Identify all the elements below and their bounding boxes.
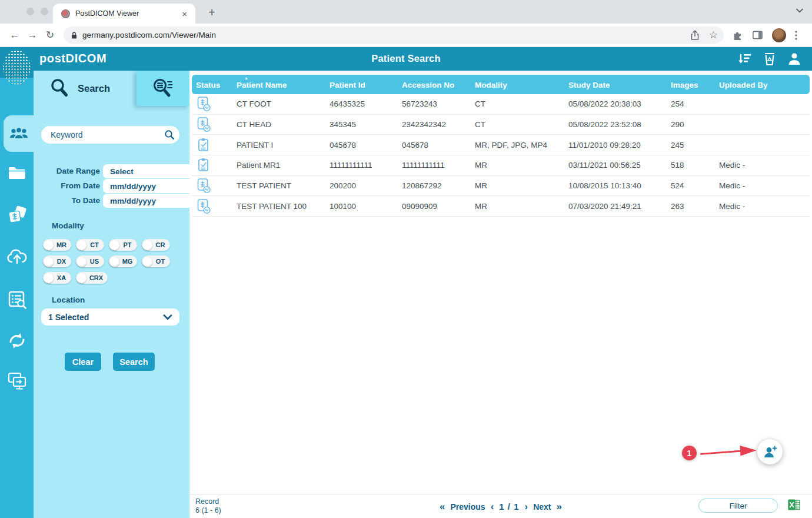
modality-toggle-crx[interactable]: CRX — [76, 272, 108, 284]
modality-label: Modality — [52, 221, 84, 230]
sidebar-item-patients[interactable] — [4, 115, 34, 152]
cell-accession-no: 045678 — [402, 141, 475, 150]
trash-recycle-icon[interactable] — [763, 51, 777, 67]
sidebar-item-worklist[interactable] — [0, 286, 34, 313]
add-patient-button[interactable] — [757, 439, 783, 464]
folder-icon — [8, 165, 26, 180]
excel-export-icon[interactable] — [787, 498, 801, 512]
keyword-search-icon[interactable] — [164, 130, 175, 140]
cell-patient-id: 46435325 — [330, 99, 402, 108]
column-header-uploaded-by[interactable]: Uploaded By — [719, 81, 810, 94]
table-row[interactable]: TEST PATIENT 200200 120867292 MR 10/08/2… — [192, 176, 810, 197]
date-range-label: Date Range — [56, 167, 100, 175]
cell-images: 524 — [671, 181, 719, 190]
sidebar-item-remote[interactable] — [0, 367, 34, 394]
annotation-arrow — [699, 443, 758, 459]
cell-study-date: 03/11/2021 00:56:25 — [568, 161, 671, 170]
report-approved-status-icon — [197, 137, 211, 153]
cell-patient-id: 200200 — [330, 181, 402, 190]
table-row[interactable]: Patient MR1 11111111111 11111111111 MR 0… — [192, 155, 810, 176]
table-row[interactable]: CT HEAD 345345 2342342342 CT 05/08/2022 … — [192, 115, 810, 135]
tab-advanced-search[interactable] — [137, 71, 189, 106]
cell-images: 245 — [671, 141, 719, 150]
forward-icon[interactable]: → — [24, 29, 41, 41]
search-tab-icon — [49, 78, 69, 99]
column-header-patient-name[interactable]: Patient Name — [237, 81, 330, 94]
table-row[interactable]: PATIENT I 045678 045678 MR, PDF, JPG, MP… — [192, 135, 810, 155]
dicom-study-status-icon — [197, 117, 211, 132]
sidebar-item-upload[interactable] — [0, 243, 34, 270]
prev-chevron-button[interactable]: ‹ — [491, 501, 494, 513]
filter-button[interactable]: Filter — [698, 499, 778, 513]
account-icon[interactable] — [787, 52, 801, 66]
window-close-button[interactable] — [26, 8, 34, 15]
cell-accession-no: 120867292 — [402, 181, 475, 190]
cloud-upload-icon — [6, 248, 28, 264]
cell-modality: MR — [475, 202, 568, 211]
person-add-icon — [763, 445, 777, 459]
clear-button[interactable]: Clear — [65, 353, 101, 371]
location-select[interactable]: 1 Selected — [41, 308, 179, 326]
cell-patient-name: PATIENT I — [237, 141, 330, 150]
tab-basic-search[interactable]: Search — [36, 72, 137, 105]
modality-toggle-dx[interactable]: DX — [43, 255, 71, 267]
url-bar[interactable]: germany.postdicom.com/Viewer/Main ☆ — [64, 26, 724, 44]
search-button[interactable]: Search — [113, 353, 155, 371]
sidebar-item-folders[interactable] — [0, 159, 34, 186]
modality-toggle-ct[interactable]: CT — [76, 239, 104, 251]
extensions-puzzle-icon[interactable] — [732, 29, 743, 41]
modality-toggle-us[interactable]: US — [76, 255, 104, 267]
column-header-modality[interactable]: Modality — [475, 81, 568, 94]
tab-close-icon[interactable]: × — [179, 9, 189, 19]
first-page-button[interactable]: « — [440, 501, 445, 513]
modality-toggle-mr[interactable]: MR — [43, 239, 71, 251]
app-header: postDICOM Patient Search — [0, 47, 812, 71]
cell-uploaded-by: Medic - — [719, 181, 810, 190]
browser-tab[interactable]: PostDICOM Viewer × — [53, 4, 195, 24]
browser-tabstrip: PostDICOM Viewer × + — [0, 0, 812, 24]
column-header-images[interactable]: Images — [671, 81, 719, 94]
cell-modality: CT — [475, 99, 568, 108]
sidebar-item-sync[interactable] — [0, 327, 34, 354]
next-chevron-button[interactable]: › — [524, 501, 528, 513]
previous-page-button[interactable]: Previous — [450, 502, 485, 512]
modality-toggle-pt[interactable]: PT — [109, 239, 137, 251]
sidebar-item-studies[interactable] — [0, 201, 34, 228]
modality-toggle-xa[interactable]: XA — [43, 272, 71, 284]
browser-addressbar: ← → ↻ germany.postdicom.com/Viewer/Main … — [0, 24, 812, 47]
next-page-button[interactable]: Next — [533, 502, 551, 512]
table-row[interactable]: TEST PATIENT 100 100100 09090909 MR 07/0… — [192, 196, 810, 217]
results-area: ▲ Status Patient Name Patient Id Accessi… — [189, 71, 812, 518]
remote-monitors-icon — [7, 371, 27, 390]
bookmark-star-icon[interactable]: ☆ — [709, 30, 718, 40]
reload-icon[interactable]: ↻ — [41, 29, 59, 41]
browser-menu-icon[interactable] — [795, 31, 797, 40]
modality-toggle-mg[interactable]: MG — [109, 255, 137, 267]
column-header-study-date[interactable]: Study Date — [568, 81, 671, 94]
modality-toggle-ot[interactable]: OT — [142, 255, 170, 267]
location-label: Location — [52, 295, 85, 304]
column-header-patient-id[interactable]: Patient Id — [330, 81, 402, 94]
column-header-status[interactable]: Status — [192, 81, 237, 94]
last-page-button[interactable]: » — [557, 501, 562, 513]
keyword-input[interactable] — [41, 126, 179, 144]
worklist-search-icon — [8, 290, 26, 309]
tab-search-chevron-icon[interactable] — [796, 8, 804, 14]
back-icon[interactable]: ← — [6, 29, 24, 41]
cell-modality: MR — [475, 181, 568, 190]
share-icon[interactable] — [690, 30, 700, 41]
modality-toggle-cr[interactable]: CR — [142, 239, 170, 251]
cell-patient-name: CT HEAD — [237, 120, 330, 129]
table-row[interactable]: CT FOOT 46435325 56723243 CT 05/08/2022 … — [192, 94, 810, 115]
new-tab-button[interactable]: + — [204, 5, 220, 21]
window-minimize-button[interactable] — [41, 8, 48, 15]
sort-list-icon[interactable] — [737, 52, 752, 66]
search-tab-label: Search — [78, 83, 110, 94]
side-panel-icon[interactable] — [752, 29, 763, 41]
lock-icon — [71, 31, 78, 39]
cell-modality: MR — [475, 161, 568, 170]
dicom-study-status-icon — [197, 96, 211, 112]
column-header-accession-no[interactable]: Accession No — [402, 81, 475, 94]
profile-avatar[interactable] — [772, 28, 786, 42]
cell-patient-id: 345345 — [330, 120, 402, 129]
